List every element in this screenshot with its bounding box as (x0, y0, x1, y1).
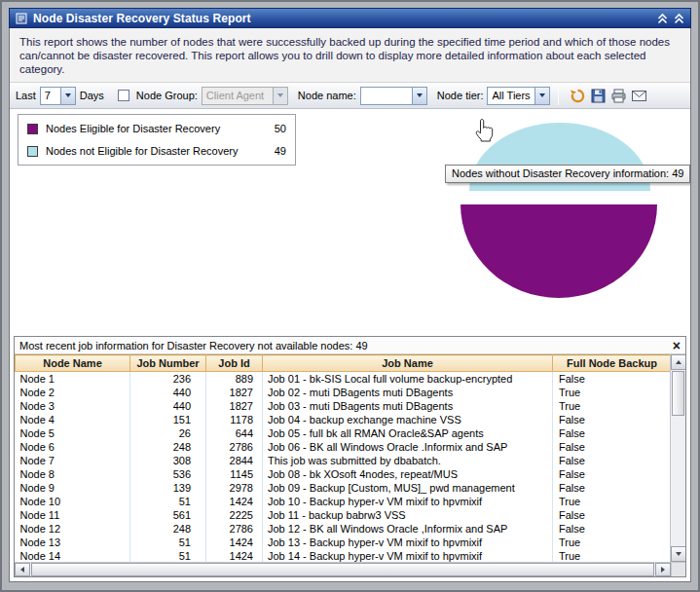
table-row[interactable]: Node 41511178Job 04 - backup exchange ma… (16, 413, 671, 426)
node-name-input[interactable] (361, 88, 412, 104)
chevron-down-icon[interactable] (534, 88, 549, 104)
days-count-select[interactable]: 7 (40, 87, 76, 105)
table-cell: Node 9 (16, 481, 130, 495)
legend-item[interactable]: Nodes not Eligible for Disaster Recovery… (27, 145, 286, 157)
table-cell: True (553, 399, 671, 413)
legend-value: 49 (265, 145, 286, 157)
column-header[interactable]: Job Number (130, 355, 206, 372)
table-cell: 1178 (206, 413, 263, 426)
pie-chart[interactable] (450, 115, 670, 306)
table-cell: Job 01 - bk-SIS Local full volume backup… (263, 372, 553, 387)
table-row[interactable]: Node 526644Job 05 - full bk all RMAN Ora… (16, 426, 671, 440)
chevron-down-icon[interactable] (60, 88, 75, 104)
table-cell: False (553, 413, 671, 426)
table-cell: False (553, 426, 671, 440)
table-row[interactable]: Node 14511424Job 14 - Backup hyper-v VM … (16, 549, 671, 562)
scroll-left-icon[interactable] (15, 563, 30, 576)
table-cell: 1424 (206, 495, 263, 508)
table-row[interactable]: Node 73082844This job was submitted by d… (16, 454, 671, 467)
report-window: Node Disaster Recovery Status Report Thi… (0, 0, 700, 592)
print-icon[interactable] (610, 88, 627, 104)
table-row[interactable]: Node 1236889Job 01 - bk-SIS Local full v… (16, 372, 671, 387)
scroll-down-icon[interactable] (671, 546, 685, 562)
horizontal-scroll-thumb[interactable] (31, 563, 654, 576)
table-cell: 1827 (206, 386, 263, 399)
vertical-scrollbar[interactable] (670, 354, 685, 562)
table-cell: Job 13 - Backup hyper-v VM mixif to hpvm… (263, 536, 553, 549)
node-name-label: Node name: (298, 90, 356, 101)
table-cell: 561 (130, 508, 206, 522)
table-cell: Job 06 - BK all Windows Oracle .Informix… (263, 440, 553, 454)
close-icon[interactable]: × (673, 340, 681, 352)
table-cell: 440 (130, 399, 206, 413)
collapse-all-icon[interactable] (674, 13, 684, 24)
table-cell: 1827 (206, 399, 263, 413)
chevron-down-icon (273, 88, 287, 104)
scrollbar-corner (671, 563, 685, 576)
node-tier-select[interactable]: All Tiers (487, 87, 550, 105)
table-cell: Node 10 (16, 495, 130, 508)
table-cell: Node 4 (16, 413, 130, 426)
table-cell: Job 08 - bk XOsoft 4nodes, repeat/MUS (263, 467, 553, 481)
legend-swatch (27, 124, 38, 134)
table-cell: Job 12 - BK all Windows Oracle ,Informix… (263, 522, 553, 536)
node-group-value: Client Agent (203, 88, 273, 104)
table-cell: 644 (206, 426, 263, 440)
save-icon[interactable] (590, 88, 607, 104)
pie-slice-eligible[interactable] (461, 204, 657, 298)
table-cell: Job 10 - Backup hyper-v VM mixif to hpvm… (263, 495, 553, 508)
table-cell: 139 (130, 481, 206, 495)
table-cell: Node 5 (16, 426, 130, 440)
vertical-scroll-thumb[interactable] (672, 371, 684, 416)
job-table-region: Node NameJob NumberJob IdJob NameFull No… (15, 354, 670, 562)
table-cell: 2786 (206, 522, 263, 536)
table-cell: 2225 (206, 508, 263, 522)
refresh-icon[interactable] (570, 88, 586, 104)
email-icon[interactable] (631, 88, 647, 104)
table-cell: 308 (130, 454, 206, 467)
column-header[interactable]: Node Name (16, 355, 130, 372)
table-cell: 236 (130, 372, 206, 387)
column-header[interactable]: Job Name (263, 355, 553, 372)
table-cell: 1145 (206, 467, 263, 481)
table-cell: Node 2 (16, 386, 130, 399)
last-label: Last (16, 90, 36, 101)
table-row[interactable]: Node 34401827Job 03 - muti DBagents muti… (16, 399, 671, 413)
table-cell: 248 (130, 440, 206, 454)
table-cell: Job 05 - full bk all RMAN Oracle&SAP age… (263, 426, 553, 440)
table-cell: Job 03 - muti DBagents muti DBagents (263, 399, 553, 413)
table-row[interactable]: Node 24401827Job 02 - muti DBagents muti… (16, 386, 671, 399)
table-cell: 51 (130, 549, 206, 562)
legend-label: Nodes not Eligible for Disaster Recovery (46, 145, 265, 157)
table-cell: 440 (130, 386, 206, 399)
scroll-right-icon[interactable] (655, 563, 671, 576)
table-row[interactable]: Node 85361145Job 08 - bk XOsoft 4nodes, … (16, 467, 671, 481)
node-group-checkbox[interactable] (118, 90, 129, 101)
report-content: This report shows the number of nodes th… (9, 28, 691, 582)
collapse-icon[interactable] (657, 13, 668, 24)
table-row[interactable]: Node 13511424Job 13 - Backup hyper-v VM … (16, 536, 671, 549)
legend-item[interactable]: Nodes Eligible for Disaster Recovery50 (27, 123, 286, 134)
horizontal-scrollbar[interactable] (15, 562, 685, 576)
table-cell: False (553, 372, 671, 387)
column-header[interactable]: Full Node Backup (553, 355, 671, 372)
chevron-down-icon[interactable] (412, 88, 426, 104)
legend-label: Nodes Eligible for Disaster Recovery (46, 123, 265, 134)
report-icon (16, 13, 27, 24)
days-count-value: 7 (41, 88, 60, 104)
table-row[interactable]: Node 91392978Job 09 - Backup [Custom, MU… (16, 481, 671, 495)
node-group-select: Client Agent (202, 87, 288, 105)
column-header[interactable]: Job Id (206, 355, 263, 372)
table-row[interactable]: Node 10511424Job 10 - Backup hyper-v VM … (16, 495, 671, 508)
table-row[interactable]: Node 122482786Job 12 - BK all Windows Or… (16, 522, 671, 536)
scroll-up-icon[interactable] (671, 354, 685, 370)
table-body: Node 1236889Job 01 - bk-SIS Local full v… (16, 372, 671, 563)
table-cell: 151 (130, 413, 206, 426)
table-cell: False (553, 481, 671, 495)
table-cell: True (553, 386, 671, 399)
table-row[interactable]: Node 115612225Job 11 - backup babrw3 VSS… (16, 508, 671, 522)
report-description: This report shows the number of nodes th… (10, 28, 690, 83)
panel-title: Most recent job information for Disaster… (19, 340, 368, 352)
table-row[interactable]: Node 62482786Job 06 - BK all Windows Ora… (16, 440, 671, 454)
table-cell: Job 14 - Backup hyper-v VM mixif to hpvm… (263, 549, 553, 562)
